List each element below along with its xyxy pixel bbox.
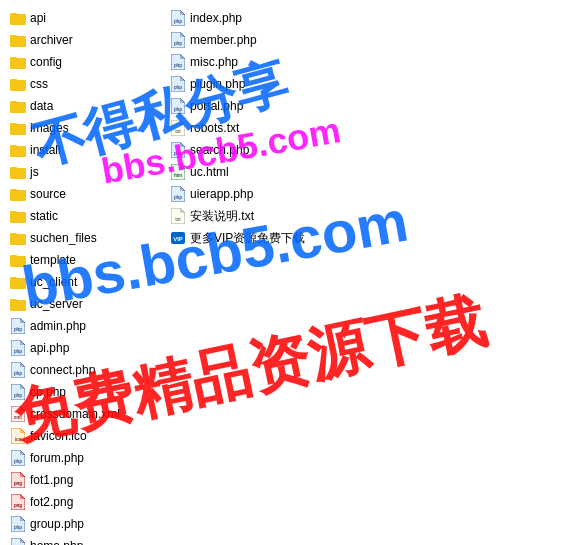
- list-item[interactable]: uc_server: [8, 294, 168, 314]
- svg-text:php: php: [174, 41, 182, 46]
- svg-marker-32: [20, 340, 25, 345]
- folder-icon: [10, 252, 26, 268]
- list-item[interactable]: xml crossdomain.xml: [8, 404, 168, 424]
- svg-text:php: php: [174, 107, 182, 112]
- svg-rect-13: [10, 145, 17, 148]
- file-name-label: suchen_files: [30, 231, 97, 245]
- file-icon: php: [10, 318, 26, 334]
- list-item[interactable]: api: [8, 8, 168, 28]
- list-item[interactable]: php misc.php: [168, 52, 323, 72]
- svg-text:php: php: [14, 459, 22, 464]
- svg-rect-5: [10, 57, 17, 60]
- file-name-label: source: [30, 187, 66, 201]
- file-icon: VIP: [170, 230, 186, 246]
- svg-marker-83: [180, 164, 185, 169]
- list-item[interactable]: VIP 更多VIP资源免费下载: [168, 228, 323, 248]
- file-icon: png: [10, 472, 26, 488]
- svg-marker-50: [20, 472, 25, 477]
- svg-marker-80: [180, 142, 185, 147]
- svg-rect-3: [10, 35, 17, 38]
- file-icon: php: [10, 450, 26, 466]
- file-name-label: archiver: [30, 33, 73, 47]
- list-item[interactable]: png fot2.png: [8, 492, 168, 512]
- folder-icon: [10, 296, 26, 312]
- file-icon: php: [10, 516, 26, 532]
- folder-icon: [10, 230, 26, 246]
- list-item[interactable]: php connect.php: [8, 360, 168, 380]
- list-item[interactable]: php group.php: [8, 514, 168, 534]
- list-item[interactable]: suchen_files: [8, 228, 168, 248]
- list-item[interactable]: install: [8, 140, 168, 160]
- svg-marker-77: [180, 120, 185, 125]
- file-name-label: admin.php: [30, 319, 86, 333]
- folder-icon: [10, 54, 26, 70]
- folder-icon: [10, 164, 26, 180]
- list-item[interactable]: source: [8, 184, 168, 204]
- list-item[interactable]: php plugin.php: [168, 74, 323, 94]
- folder-icon: [10, 10, 26, 26]
- list-item[interactable]: config: [8, 52, 168, 72]
- list-item[interactable]: js: [8, 162, 168, 182]
- file-name-label: crossdomain.xml: [30, 407, 120, 421]
- svg-text:php: php: [174, 19, 182, 24]
- svg-rect-21: [10, 233, 17, 236]
- svg-rect-9: [10, 101, 17, 104]
- file-name-label: search.php: [190, 143, 249, 157]
- list-item[interactable]: php api.php: [8, 338, 168, 358]
- svg-marker-86: [180, 186, 185, 191]
- file-name-label: 安装说明.txt: [190, 208, 254, 225]
- svg-text:png: png: [14, 503, 22, 508]
- svg-marker-71: [180, 76, 185, 81]
- svg-marker-35: [20, 362, 25, 367]
- svg-text:htm: htm: [174, 173, 182, 178]
- file-name-label: static: [30, 209, 58, 223]
- list-item[interactable]: htm uc.html: [168, 162, 323, 182]
- list-item[interactable]: txt robots.txt: [168, 118, 323, 138]
- svg-marker-41: [20, 406, 25, 411]
- file-name-label: cp.php: [30, 385, 66, 399]
- svg-marker-74: [180, 98, 185, 103]
- file-column-2: php index.php php member.php php misc.ph…: [168, 8, 323, 545]
- file-icon: htm: [170, 164, 186, 180]
- list-item[interactable]: template: [8, 250, 168, 270]
- file-name-label: data: [30, 99, 53, 113]
- list-item[interactable]: php home.php: [8, 536, 168, 545]
- file-name-label: uc_server: [30, 297, 83, 311]
- list-item[interactable]: txt 安装说明.txt: [168, 206, 323, 226]
- list-item[interactable]: ico favicon.ico: [8, 426, 168, 446]
- file-name-label: template: [30, 253, 76, 267]
- list-item[interactable]: php member.php: [168, 30, 323, 50]
- list-item[interactable]: css: [8, 74, 168, 94]
- svg-rect-7: [10, 79, 17, 82]
- file-name-label: fot1.png: [30, 473, 73, 487]
- list-item[interactable]: php uierapp.php: [168, 184, 323, 204]
- list-item[interactable]: images: [8, 118, 168, 138]
- list-item[interactable]: php cp.php: [8, 382, 168, 402]
- file-name-label: api: [30, 11, 46, 25]
- list-item[interactable]: php portal.php: [168, 96, 323, 116]
- svg-marker-56: [20, 516, 25, 521]
- folder-icon: [10, 186, 26, 202]
- list-item[interactable]: archiver: [8, 30, 168, 50]
- svg-text:php: php: [174, 195, 182, 200]
- list-item[interactable]: php forum.php: [8, 448, 168, 468]
- folder-icon: [10, 98, 26, 114]
- svg-text:png: png: [14, 481, 22, 486]
- svg-text:php: php: [14, 349, 22, 354]
- svg-text:php: php: [14, 327, 22, 332]
- list-item[interactable]: static: [8, 206, 168, 226]
- file-name-label: uc_client: [30, 275, 77, 289]
- file-name-label: uierapp.php: [190, 187, 253, 201]
- file-icon: xml: [10, 406, 26, 422]
- file-name-label: api.php: [30, 341, 69, 355]
- file-icon: txt: [170, 120, 186, 136]
- file-name-label: install: [30, 143, 61, 157]
- list-item[interactable]: png fot1.png: [8, 470, 168, 490]
- svg-rect-25: [10, 277, 17, 280]
- list-item[interactable]: php admin.php: [8, 316, 168, 336]
- list-item[interactable]: php index.php: [168, 8, 323, 28]
- list-item[interactable]: php search.php: [168, 140, 323, 160]
- svg-text:php: php: [174, 85, 182, 90]
- list-item[interactable]: data: [8, 96, 168, 116]
- list-item[interactable]: uc_client: [8, 272, 168, 292]
